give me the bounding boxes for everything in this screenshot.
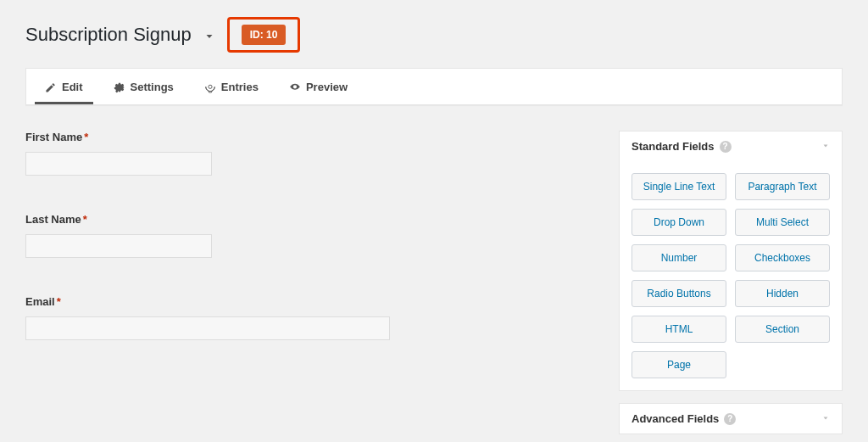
edit-icon bbox=[45, 81, 57, 93]
tab-bar: Edit Settings Entries Preview bbox=[25, 68, 843, 105]
last-name-input[interactable] bbox=[25, 234, 212, 258]
help-icon[interactable]: ? bbox=[724, 413, 736, 425]
label-text: First Name bbox=[25, 131, 82, 143]
label-text: Email bbox=[25, 295, 55, 308]
sidebar: Standard Fields ? Single Line TextParagr… bbox=[619, 131, 843, 442]
field-label: Last Name* bbox=[25, 213, 593, 226]
field-type-button[interactable]: Paragraph Text bbox=[735, 173, 830, 200]
field-last-name[interactable]: Last Name* bbox=[25, 213, 593, 258]
entries-icon bbox=[204, 81, 216, 93]
field-type-button[interactable]: Single Line Text bbox=[632, 173, 726, 200]
label-text: Last Name bbox=[25, 213, 81, 226]
required-marker: * bbox=[57, 295, 61, 308]
required-marker: * bbox=[84, 131, 88, 143]
field-type-button[interactable]: Radio Buttons bbox=[632, 280, 726, 307]
field-first-name[interactable]: First Name* bbox=[25, 131, 593, 176]
field-type-button[interactable]: Multi Select bbox=[735, 209, 830, 236]
field-type-button[interactable]: Drop Down bbox=[632, 209, 726, 236]
panel-title: Standard Fields bbox=[632, 140, 715, 153]
field-label: Email* bbox=[25, 295, 593, 308]
field-type-button[interactable]: Page bbox=[632, 351, 726, 378]
required-marker: * bbox=[83, 213, 87, 226]
caret-down-icon bbox=[821, 140, 830, 153]
field-type-button[interactable]: Checkboxes bbox=[735, 244, 830, 271]
tab-preview[interactable]: Preview bbox=[279, 69, 358, 104]
tab-settings[interactable]: Settings bbox=[103, 69, 184, 104]
field-type-button[interactable]: Section bbox=[735, 316, 830, 343]
field-email[interactable]: Email* bbox=[25, 295, 593, 340]
page-title: Subscription Signup bbox=[25, 24, 192, 46]
first-name-input[interactable] bbox=[25, 152, 212, 176]
tab-label: Edit bbox=[62, 81, 83, 93]
panel-title: Advanced Fields bbox=[632, 412, 719, 425]
field-label: First Name* bbox=[25, 131, 593, 143]
tab-label: Entries bbox=[221, 81, 259, 93]
panel-header-standard[interactable]: Standard Fields ? bbox=[620, 131, 842, 161]
gear-icon bbox=[114, 81, 125, 93]
caret-down-icon bbox=[821, 412, 830, 425]
id-highlight: ID: 10 bbox=[227, 17, 301, 53]
tab-label: Preview bbox=[306, 81, 348, 93]
panel-standard-fields: Standard Fields ? Single Line TextParagr… bbox=[619, 131, 843, 391]
field-type-button[interactable]: Number bbox=[632, 244, 726, 271]
tab-entries[interactable]: Entries bbox=[194, 69, 269, 104]
eye-icon bbox=[289, 81, 301, 93]
panel-header-advanced[interactable]: Advanced Fields ? bbox=[620, 404, 842, 434]
field-type-button[interactable]: HTML bbox=[632, 316, 726, 343]
form-id-badge: ID: 10 bbox=[242, 25, 287, 45]
help-icon[interactable]: ? bbox=[720, 141, 732, 153]
tab-label: Settings bbox=[131, 81, 174, 93]
field-type-button[interactable]: Hidden bbox=[735, 280, 830, 307]
form-preview: First Name* Last Name* Email* bbox=[25, 131, 593, 442]
chevron-down-icon[interactable] bbox=[203, 31, 215, 42]
tab-edit[interactable]: Edit bbox=[35, 69, 93, 104]
email-input[interactable] bbox=[25, 316, 390, 340]
panel-advanced-fields: Advanced Fields ? bbox=[619, 403, 843, 434]
